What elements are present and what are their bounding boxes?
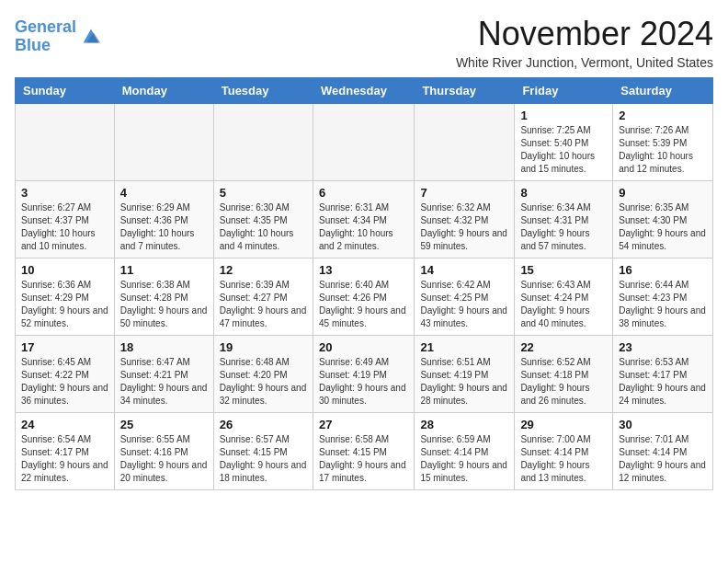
calendar-cell: 19Sunrise: 6:48 AM Sunset: 4:20 PM Dayli…	[213, 336, 313, 413]
day-info: Sunrise: 6:47 AM Sunset: 4:21 PM Dayligh…	[120, 356, 208, 408]
day-info: Sunrise: 6:53 AM Sunset: 4:17 PM Dayligh…	[619, 356, 707, 408]
day-info: Sunrise: 6:31 AM Sunset: 4:34 PM Dayligh…	[319, 201, 408, 253]
location-subtitle: White River Junction, Vermont, United St…	[456, 55, 713, 70]
calendar-cell: 27Sunrise: 6:58 AM Sunset: 4:15 PM Dayli…	[313, 413, 414, 490]
calendar-table: SundayMondayTuesdayWednesdayThursdayFrid…	[15, 77, 713, 490]
day-info: Sunrise: 6:45 AM Sunset: 4:22 PM Dayligh…	[21, 356, 108, 408]
day-info: Sunrise: 6:39 AM Sunset: 4:27 PM Dayligh…	[220, 279, 307, 330]
day-info: Sunrise: 7:26 AM Sunset: 5:39 PM Dayligh…	[619, 124, 707, 176]
calendar-cell	[313, 104, 414, 181]
logo-icon	[78, 24, 104, 50]
day-number: 4	[120, 186, 208, 200]
logo-line2: Blue	[15, 36, 51, 54]
day-header-tuesday: Tuesday	[213, 78, 313, 104]
calendar-cell: 21Sunrise: 6:51 AM Sunset: 4:19 PM Dayli…	[415, 336, 515, 413]
day-number: 7	[420, 186, 508, 200]
calendar-cell	[213, 104, 313, 181]
day-info: Sunrise: 6:57 AM Sunset: 4:15 PM Dayligh…	[220, 433, 307, 485]
logo-line1: General	[15, 17, 76, 36]
calendar-cell: 11Sunrise: 6:38 AM Sunset: 4:28 PM Dayli…	[114, 259, 213, 336]
day-info: Sunrise: 6:55 AM Sunset: 4:16 PM Dayligh…	[120, 433, 208, 485]
calendar-cell: 7Sunrise: 6:32 AM Sunset: 4:32 PM Daylig…	[415, 181, 515, 259]
calendar-cell: 14Sunrise: 6:42 AM Sunset: 4:25 PM Dayli…	[415, 259, 515, 336]
day-info: Sunrise: 6:52 AM Sunset: 4:18 PM Dayligh…	[520, 356, 607, 408]
day-number: 9	[619, 186, 707, 200]
day-header-monday: Monday	[114, 78, 213, 104]
month-title: November 2024	[456, 15, 713, 53]
day-number: 28	[420, 418, 508, 431]
day-info: Sunrise: 6:35 AM Sunset: 4:30 PM Dayligh…	[619, 201, 707, 253]
day-number: 12	[220, 263, 307, 277]
calendar-cell: 25Sunrise: 6:55 AM Sunset: 4:16 PM Dayli…	[114, 413, 213, 490]
day-number: 10	[21, 263, 108, 277]
calendar-cell: 28Sunrise: 6:59 AM Sunset: 4:14 PM Dayli…	[415, 413, 515, 490]
calendar-week-2: 3Sunrise: 6:27 AM Sunset: 4:37 PM Daylig…	[16, 181, 713, 259]
day-info: Sunrise: 6:29 AM Sunset: 4:36 PM Dayligh…	[120, 201, 208, 253]
day-number: 18	[120, 340, 208, 354]
calendar-cell: 16Sunrise: 6:44 AM Sunset: 4:23 PM Dayli…	[613, 259, 713, 336]
day-header-wednesday: Wednesday	[313, 78, 414, 104]
day-info: Sunrise: 6:34 AM Sunset: 4:31 PM Dayligh…	[520, 201, 607, 253]
day-info: Sunrise: 6:42 AM Sunset: 4:25 PM Dayligh…	[420, 279, 508, 330]
day-info: Sunrise: 6:54 AM Sunset: 4:17 PM Dayligh…	[21, 433, 108, 485]
calendar-cell: 24Sunrise: 6:54 AM Sunset: 4:17 PM Dayli…	[16, 413, 115, 490]
day-info: Sunrise: 7:25 AM Sunset: 5:40 PM Dayligh…	[520, 124, 607, 176]
day-number: 11	[120, 263, 208, 277]
logo: General Blue	[15, 18, 104, 55]
calendar-cell: 12Sunrise: 6:39 AM Sunset: 4:27 PM Dayli…	[213, 259, 313, 336]
header-row: SundayMondayTuesdayWednesdayThursdayFrid…	[16, 78, 713, 104]
calendar-cell: 20Sunrise: 6:49 AM Sunset: 4:19 PM Dayli…	[313, 336, 414, 413]
day-number: 14	[420, 263, 508, 277]
day-number: 13	[319, 263, 408, 277]
calendar-week-3: 10Sunrise: 6:36 AM Sunset: 4:29 PM Dayli…	[16, 259, 713, 336]
day-info: Sunrise: 6:40 AM Sunset: 4:26 PM Dayligh…	[319, 279, 408, 330]
day-number: 25	[120, 418, 208, 431]
day-number: 8	[520, 186, 607, 200]
day-info: Sunrise: 6:58 AM Sunset: 4:15 PM Dayligh…	[319, 433, 408, 485]
calendar-cell: 6Sunrise: 6:31 AM Sunset: 4:34 PM Daylig…	[313, 181, 414, 259]
day-info: Sunrise: 6:30 AM Sunset: 4:35 PM Dayligh…	[220, 201, 307, 253]
logo-text: General Blue	[15, 18, 76, 55]
day-number: 27	[319, 418, 408, 431]
calendar-cell: 4Sunrise: 6:29 AM Sunset: 4:36 PM Daylig…	[114, 181, 213, 259]
day-header-friday: Friday	[515, 78, 613, 104]
day-number: 1	[520, 109, 607, 122]
calendar-header: SundayMondayTuesdayWednesdayThursdayFrid…	[16, 78, 713, 104]
day-number: 16	[619, 263, 707, 277]
day-number: 15	[520, 263, 607, 277]
day-number: 2	[619, 109, 707, 122]
day-number: 29	[520, 418, 607, 431]
calendar-cell: 26Sunrise: 6:57 AM Sunset: 4:15 PM Dayli…	[213, 413, 313, 490]
header: General Blue November 2024 White River J…	[15, 15, 713, 70]
calendar-cell: 3Sunrise: 6:27 AM Sunset: 4:37 PM Daylig…	[16, 181, 115, 259]
calendar-cell: 18Sunrise: 6:47 AM Sunset: 4:21 PM Dayli…	[114, 336, 213, 413]
day-info: Sunrise: 6:44 AM Sunset: 4:23 PM Dayligh…	[619, 279, 707, 330]
day-number: 22	[520, 340, 607, 354]
calendar-week-1: 1Sunrise: 7:25 AM Sunset: 5:40 PM Daylig…	[16, 104, 713, 181]
calendar-week-4: 17Sunrise: 6:45 AM Sunset: 4:22 PM Dayli…	[16, 336, 713, 413]
day-header-thursday: Thursday	[415, 78, 515, 104]
calendar-cell: 15Sunrise: 6:43 AM Sunset: 4:24 PM Dayli…	[515, 259, 613, 336]
calendar-cell	[114, 104, 213, 181]
day-number: 5	[220, 186, 307, 200]
calendar-cell: 30Sunrise: 7:01 AM Sunset: 4:14 PM Dayli…	[613, 413, 713, 490]
day-number: 30	[619, 418, 707, 431]
day-info: Sunrise: 6:27 AM Sunset: 4:37 PM Dayligh…	[21, 201, 108, 253]
day-header-saturday: Saturday	[613, 78, 713, 104]
day-info: Sunrise: 6:43 AM Sunset: 4:24 PM Dayligh…	[520, 279, 607, 330]
calendar-cell: 5Sunrise: 6:30 AM Sunset: 4:35 PM Daylig…	[213, 181, 313, 259]
day-info: Sunrise: 6:49 AM Sunset: 4:19 PM Dayligh…	[319, 356, 408, 408]
day-info: Sunrise: 6:38 AM Sunset: 4:28 PM Dayligh…	[120, 279, 208, 330]
calendar-cell: 29Sunrise: 7:00 AM Sunset: 4:14 PM Dayli…	[515, 413, 613, 490]
day-number: 26	[220, 418, 307, 431]
calendar-cell: 23Sunrise: 6:53 AM Sunset: 4:17 PM Dayli…	[613, 336, 713, 413]
day-info: Sunrise: 6:32 AM Sunset: 4:32 PM Dayligh…	[420, 201, 508, 253]
calendar-cell	[415, 104, 515, 181]
title-area: November 2024 White River Junction, Verm…	[456, 15, 713, 70]
calendar-cell: 2Sunrise: 7:26 AM Sunset: 5:39 PM Daylig…	[613, 104, 713, 181]
calendar-cell: 22Sunrise: 6:52 AM Sunset: 4:18 PM Dayli…	[515, 336, 613, 413]
day-number: 24	[21, 418, 108, 431]
calendar-week-5: 24Sunrise: 6:54 AM Sunset: 4:17 PM Dayli…	[16, 413, 713, 490]
calendar-body: 1Sunrise: 7:25 AM Sunset: 5:40 PM Daylig…	[16, 104, 713, 490]
day-info: Sunrise: 6:48 AM Sunset: 4:20 PM Dayligh…	[220, 356, 307, 408]
